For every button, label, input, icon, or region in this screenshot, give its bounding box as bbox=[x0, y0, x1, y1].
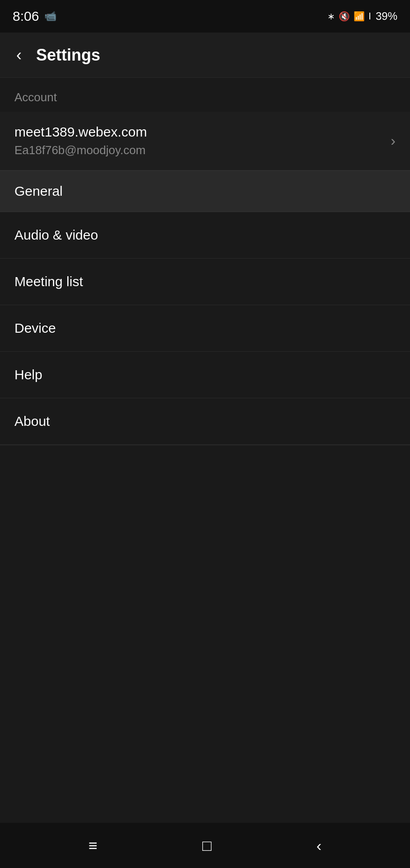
account-section-label: Account bbox=[0, 78, 410, 112]
wifi-icon: 📶 bbox=[354, 11, 365, 22]
menu-item-about-label: About bbox=[14, 414, 50, 429]
menu-item-meeting-list[interactable]: Meeting list bbox=[0, 259, 410, 305]
account-email: Ea18f76b@moodjoy.com bbox=[14, 143, 147, 157]
menu-item-general[interactable]: General bbox=[0, 170, 410, 212]
nav-home-button[interactable]: □ bbox=[202, 837, 212, 854]
menu-item-audio-video[interactable]: Audio & video bbox=[0, 212, 410, 259]
settings-header: ‹ Settings bbox=[0, 33, 410, 78]
account-domain: meet1389.webex.com bbox=[14, 124, 147, 140]
menu-item-help-label: Help bbox=[14, 367, 42, 382]
mute-icon: 🔇 bbox=[339, 11, 350, 22]
bluetooth-icon: ∗ bbox=[327, 11, 335, 22]
bottom-navigation: ≡ □ ‹ bbox=[0, 823, 410, 868]
status-bar: 8:06 📹 ∗ 🔇 📶 Ⅰ 39% bbox=[0, 0, 410, 33]
home-icon: □ bbox=[202, 837, 212, 854]
chevron-right-icon: › bbox=[391, 132, 396, 149]
menu-item-device-label: Device bbox=[14, 321, 56, 335]
settings-content: Account meet1389.webex.com Ea18f76b@mood… bbox=[0, 78, 410, 445]
status-bar-right: ∗ 🔇 📶 Ⅰ 39% bbox=[327, 10, 397, 23]
menu-item-help[interactable]: Help bbox=[0, 352, 410, 398]
menu-items-container: Audio & video Meeting list Device Help A… bbox=[0, 212, 410, 445]
general-label: General bbox=[14, 184, 63, 198]
nav-back-icon: ‹ bbox=[317, 837, 321, 854]
status-bar-left: 8:06 📹 bbox=[13, 9, 56, 24]
page-title: Settings bbox=[36, 46, 100, 65]
recents-icon: ≡ bbox=[89, 837, 98, 854]
nav-recents-button[interactable]: ≡ bbox=[89, 837, 98, 854]
signal-icon: Ⅰ bbox=[368, 11, 371, 22]
status-icons: ∗ 🔇 📶 Ⅰ bbox=[327, 11, 371, 22]
account-item[interactable]: meet1389.webex.com Ea18f76b@moodjoy.com … bbox=[0, 112, 410, 170]
account-info: meet1389.webex.com Ea18f76b@moodjoy.com bbox=[14, 124, 147, 157]
nav-back-button[interactable]: ‹ bbox=[317, 837, 321, 854]
back-button[interactable]: ‹ bbox=[13, 42, 25, 68]
menu-item-about[interactable]: About bbox=[0, 398, 410, 445]
battery-indicator: 39% bbox=[376, 10, 397, 23]
menu-item-audio-video-label: Audio & video bbox=[14, 227, 98, 242]
camera-status-icon: 📹 bbox=[44, 10, 56, 22]
back-arrow-icon: ‹ bbox=[16, 46, 22, 65]
status-time: 8:06 bbox=[13, 9, 39, 24]
menu-item-meeting-list-label: Meeting list bbox=[14, 274, 83, 289]
menu-item-device[interactable]: Device bbox=[0, 305, 410, 352]
